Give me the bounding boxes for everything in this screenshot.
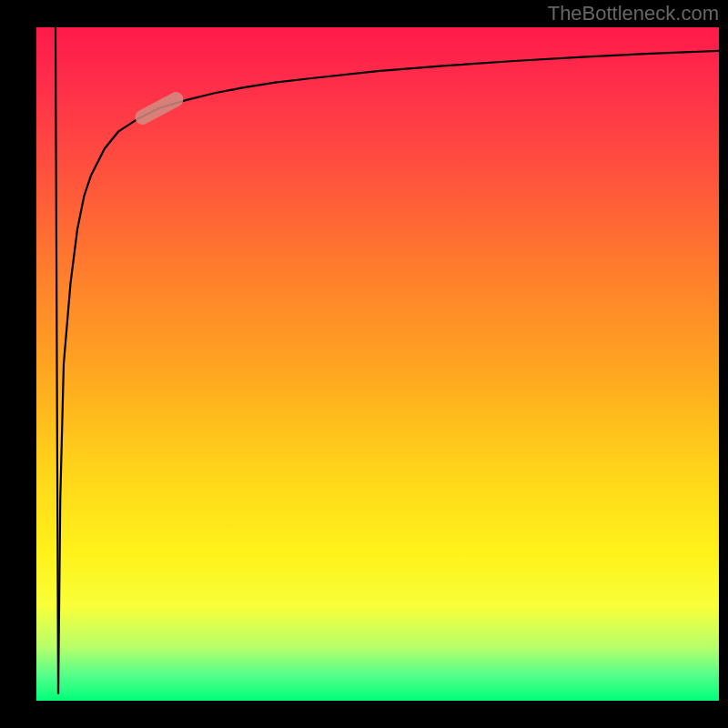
initial-drop-line: [56, 27, 58, 694]
chart-curves: [36, 27, 719, 701]
main-curve-line: [58, 51, 719, 694]
watermark-text: TheBottleneck.com: [548, 2, 719, 25]
